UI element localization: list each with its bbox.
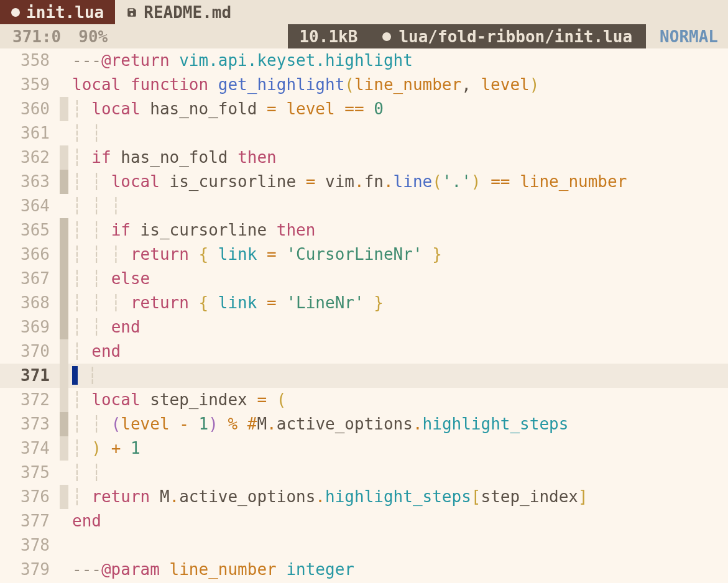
line-number: 367 (0, 267, 60, 291)
code-content: end (68, 509, 101, 533)
code-line[interactable]: 366┆ ┆ ┆ return { link = 'CursorLineNr' … (0, 242, 728, 267)
code-editor[interactable]: 358---@return vim.api.keyset.highlight35… (0, 48, 728, 583)
code-content: ┆ ┆ else (68, 267, 150, 291)
ruler-position: 371:0 (0, 27, 70, 46)
code-line[interactable]: 373┆ ┆ (level - 1) % #M.active_options.h… (0, 412, 728, 436)
line-number: 362 (0, 145, 60, 170)
code-line[interactable]: 360┆ local has_no_fold = level == 0 (0, 97, 728, 121)
cursor-icon (72, 366, 78, 385)
scroll-percent: 90% (70, 27, 116, 46)
fold-ribbon-column (60, 170, 68, 194)
fold-ribbon-column (60, 339, 68, 364)
status-bar: 371:0 90% 10.1kB lua/fold-ribbon/init.lu… (0, 24, 728, 48)
code-line[interactable]: 368┆ ┆ ┆ return { link = 'LineNr' } (0, 291, 728, 315)
file-size: 10.1kB (288, 24, 369, 48)
code-content: ┆ (68, 364, 97, 388)
fold-ribbon-column (60, 509, 68, 533)
fold-ribbon-column (60, 291, 68, 315)
fold-ribbon-column (60, 558, 68, 582)
line-number: 374 (0, 436, 60, 461)
fold-ribbon-column (60, 242, 68, 267)
code-line-current[interactable]: 371 ┆ (0, 364, 728, 388)
line-number: 365 (0, 218, 60, 242)
code-line[interactable]: 361┆ ┆ (0, 121, 728, 145)
fold-ribbon-column (60, 218, 68, 242)
fold-ribbon-column (60, 412, 68, 436)
code-content: ┆ end (68, 339, 121, 364)
fold-ribbon-column (60, 48, 68, 73)
code-content: ┆ ┆ ┆ return { link = 'LineNr' } (68, 291, 384, 315)
fold-ribbon-column (60, 73, 68, 97)
tab-init-lua[interactable]: init.lua (0, 0, 115, 24)
fold-ribbon-column (60, 364, 68, 388)
file-path-pill: lua/fold-ribbon/init.lua (369, 24, 646, 48)
tab-readme-md[interactable]: README.md (115, 0, 242, 24)
line-number: 379 (0, 558, 60, 582)
code-content: ┆ ┆ if is_cursorline then (68, 218, 315, 242)
code-line[interactable]: 379---@param line_number integer (0, 558, 728, 582)
line-number: 368 (0, 291, 60, 315)
line-number: 360 (0, 97, 60, 121)
editor-window: init.lua README.md 371:0 90% 10.1kB lua/… (0, 0, 728, 583)
line-number: 358 (0, 48, 60, 73)
line-number: 363 (0, 170, 60, 194)
save-icon (126, 7, 137, 18)
fold-ribbon-column (60, 436, 68, 461)
line-number: 371 (0, 364, 60, 388)
code-content: ┆ ┆ ┆ return { link = 'CursorLineNr' } (68, 242, 442, 267)
code-content: ┆ if has_no_fold then (68, 145, 277, 170)
code-line[interactable]: 367┆ ┆ else (0, 267, 728, 291)
code-line[interactable]: 372┆ local step_index = ( (0, 388, 728, 412)
dot-icon (382, 32, 391, 41)
code-line[interactable]: 362┆ if has_no_fold then (0, 145, 728, 170)
line-number: 361 (0, 121, 60, 145)
code-content: ┆ ┆ local is_cursorline = vim.fn.line('.… (68, 170, 627, 194)
code-line[interactable]: 370┆ end (0, 339, 728, 364)
code-content: ---@return vim.api.keyset.highlight (68, 48, 413, 73)
fold-ribbon-column (60, 485, 68, 509)
code-line[interactable]: 363┆ ┆ local is_cursorline = vim.fn.line… (0, 170, 728, 194)
modified-dot-icon (11, 8, 20, 17)
vim-mode: NORMAL (646, 27, 728, 46)
tab-label: README.md (144, 3, 231, 22)
code-content: ---@param line_number integer (68, 558, 354, 582)
line-number: 369 (0, 315, 60, 339)
line-number: 372 (0, 388, 60, 412)
line-number: 373 (0, 412, 60, 436)
line-number: 359 (0, 73, 60, 97)
code-content: ┆ ┆ (68, 461, 101, 485)
fold-ribbon-column (60, 533, 68, 558)
line-number: 366 (0, 242, 60, 267)
line-number: 364 (0, 194, 60, 218)
code-line[interactable]: 378 (0, 533, 728, 558)
fold-ribbon-column (60, 145, 68, 170)
code-line[interactable]: 374┆ ) + 1 (0, 436, 728, 461)
fold-ribbon-column (60, 97, 68, 121)
code-content: local function get_highlight(line_number… (68, 73, 539, 97)
code-content: ┆ return M.active_options.highlight_step… (68, 485, 588, 509)
line-number: 370 (0, 339, 60, 364)
tab-label: init.lua (26, 3, 104, 22)
code-content: ┆ ) + 1 (68, 436, 141, 461)
code-line[interactable]: 358---@return vim.api.keyset.highlight (0, 48, 728, 73)
code-content: ┆ local step_index = ( (68, 388, 286, 412)
tab-bar: init.lua README.md (0, 0, 728, 24)
code-line[interactable]: 376┆ return M.active_options.highlight_s… (0, 485, 728, 509)
code-line[interactable]: 359local function get_highlight(line_num… (0, 73, 728, 97)
code-content: ┆ ┆ (68, 121, 101, 145)
code-content: ┆ ┆ end (68, 315, 141, 339)
code-line[interactable]: 369┆ ┆ end (0, 315, 728, 339)
code-line[interactable]: 377end (0, 509, 728, 533)
fold-ribbon-column (60, 388, 68, 412)
code-content: ┆ ┆ (level - 1) % #M.active_options.high… (68, 412, 568, 436)
fold-ribbon-column (60, 461, 68, 485)
fold-ribbon-column (60, 121, 68, 145)
fold-ribbon-column (60, 194, 68, 218)
code-line[interactable]: 365┆ ┆ if is_cursorline then (0, 218, 728, 242)
code-content: ┆ local has_no_fold = level == 0 (68, 97, 384, 121)
code-line[interactable]: 375┆ ┆ (0, 461, 728, 485)
fold-ribbon-column (60, 315, 68, 339)
line-number: 375 (0, 461, 60, 485)
line-number: 377 (0, 509, 60, 533)
code-line[interactable]: 364┆ ┆ ┆ (0, 194, 728, 218)
